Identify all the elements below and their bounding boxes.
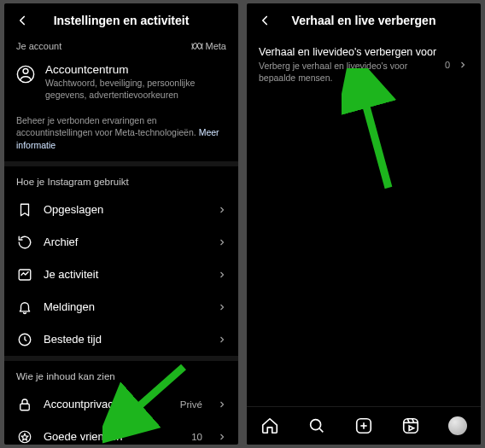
row-archive[interactable]: Archief xyxy=(4,226,238,259)
settings-screen: Instellingen en activiteit Je account Me… xyxy=(4,3,238,445)
svg-marker-20 xyxy=(409,426,414,431)
bell-icon xyxy=(16,299,33,316)
account-label: Je account xyxy=(16,41,61,51)
back-button[interactable] xyxy=(255,11,274,30)
chevron-right-icon xyxy=(216,334,228,346)
chevron-right-icon xyxy=(216,301,228,313)
back-button[interactable] xyxy=(13,11,32,30)
row-label: Opgeslagen xyxy=(44,203,206,216)
chevron-right-icon xyxy=(457,59,469,71)
nav-profile[interactable] xyxy=(447,415,469,437)
row-time-spent[interactable]: Bestede tijd xyxy=(4,323,238,356)
row-activity[interactable]: Je activiteit xyxy=(4,259,238,291)
section-usage-title: Hoe je Instagram gebruikt xyxy=(4,166,238,194)
row-label: Meldingen xyxy=(44,300,206,313)
account-center-row[interactable]: Accountcentrum Wachtwoord, beveiliging, … xyxy=(4,60,238,108)
header-title: Instellingen en activiteit xyxy=(32,14,211,27)
svg-rect-4 xyxy=(20,404,30,410)
hide-row-count: 0 xyxy=(445,60,450,70)
row-account-privacy[interactable]: Accountprivacy Privé xyxy=(4,388,238,421)
nav-reels[interactable] xyxy=(400,415,422,437)
meta-text: Meta xyxy=(206,41,226,51)
hide-story-row[interactable]: Verhaal en livevideo's verbergen voor Ve… xyxy=(247,38,481,92)
svg-line-12 xyxy=(319,428,324,433)
nav-create[interactable] xyxy=(353,415,375,437)
nav-home[interactable] xyxy=(259,415,281,437)
row-notifications[interactable]: Meldingen xyxy=(4,291,238,323)
avatar-icon xyxy=(448,416,467,435)
hide-row-sub: Verberg je verhaal en livevideo's voor b… xyxy=(259,61,438,84)
row-close-friends[interactable]: Goede vrienden 10 xyxy=(4,421,238,445)
lock-icon xyxy=(16,396,33,413)
account-center-sub: Wachtwoord, beveiliging, persoonlijke ge… xyxy=(45,78,226,101)
row-label: Accountprivacy xyxy=(44,398,170,410)
svg-point-0 xyxy=(23,68,28,73)
archive-icon xyxy=(16,234,33,251)
chevron-right-icon xyxy=(216,204,228,216)
chevron-right-icon xyxy=(216,236,228,248)
account-center-icon xyxy=(16,65,35,84)
chevron-right-icon xyxy=(216,431,228,443)
header: Instellingen en activiteit xyxy=(4,3,238,38)
account-bar: Je account Meta xyxy=(4,38,238,60)
row-label: Goede vrienden xyxy=(44,430,181,443)
meta-info-text: Beheer je verbonden ervaringen en accoun… xyxy=(4,108,238,161)
svg-marker-6 xyxy=(21,433,28,440)
row-value: Privé xyxy=(180,399,202,410)
chevron-right-icon xyxy=(216,399,228,410)
header: Verhaal en live verbergen xyxy=(247,3,481,38)
header-title: Verhaal en live verbergen xyxy=(274,14,453,27)
meta-logo: Meta xyxy=(191,41,226,51)
bookmark-icon xyxy=(16,201,33,218)
row-saved[interactable]: Opgeslagen xyxy=(4,194,238,226)
bottom-nav xyxy=(247,406,481,445)
section-visibility-title: Wie je inhoud kan zien xyxy=(4,361,238,388)
account-center-title: Accountcentrum xyxy=(45,63,226,76)
row-label: Je activiteit xyxy=(44,268,206,281)
row-value: 10 xyxy=(191,432,202,442)
chevron-right-icon xyxy=(216,269,228,281)
row-label: Archief xyxy=(44,236,206,248)
info-text-body: Beheer je verbonden ervaringen en accoun… xyxy=(16,115,199,137)
nav-search[interactable] xyxy=(306,415,328,437)
row-label: Bestede tijd xyxy=(44,333,206,346)
star-circle-icon xyxy=(16,428,33,445)
clock-icon xyxy=(16,331,33,348)
hide-story-screen: Verhaal en live verbergen Verhaal en liv… xyxy=(247,3,481,445)
hide-row-title: Verhaal en livevideo's verbergen voor xyxy=(259,46,438,58)
activity-icon xyxy=(16,266,33,283)
